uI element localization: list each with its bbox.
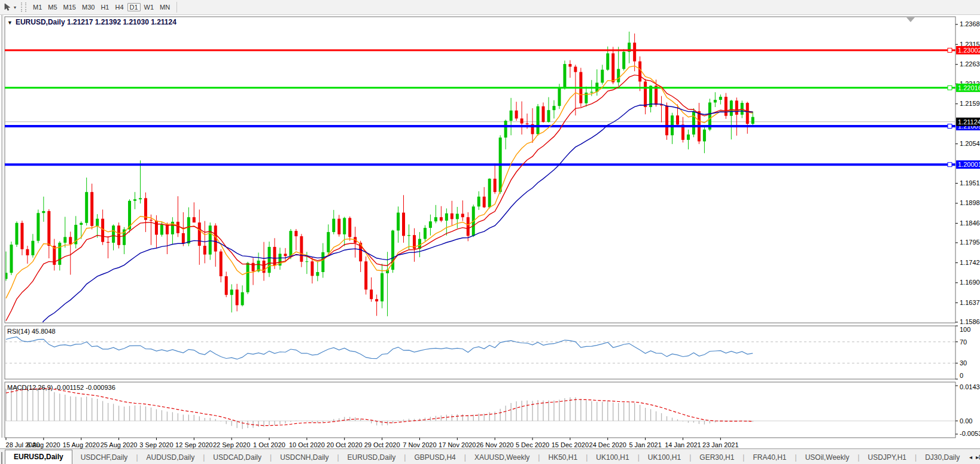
svg-text:0.00: 0.00 — [960, 417, 972, 425]
svg-text:1.17950: 1.17950 — [960, 239, 980, 246]
svg-text:-0.00539: -0.00539 — [960, 430, 980, 437]
bid-price-label: 1.21124 — [956, 118, 980, 126]
svg-text:1.15865: 1.15865 — [960, 318, 980, 325]
timeframe-toolbar: ▾ M1M5M15M30H1H4D1W1MN — [0, 0, 980, 15]
ohlc-low: 1.21030 — [123, 18, 148, 26]
svg-text:1.18460: 1.18460 — [960, 219, 980, 227]
timeframe-button-h1[interactable]: H1 — [98, 3, 111, 11]
chart-tab-14[interactable]: USDJPY,H1 — [860, 451, 915, 464]
chart-canvas[interactable]: 1.236801.231551.226301.221201.215951.205… — [0, 15, 980, 448]
tab-scroll-arrows: ◂ ▸ — [966, 453, 979, 462]
svg-text:1.19510: 1.19510 — [960, 179, 980, 187]
line-handle[interactable] — [948, 124, 952, 128]
mt4-window: ▾ M1M5M15M30H1H4D1W1MN 1.236801.231551.2… — [0, 0, 980, 464]
svg-text:22 Sep 2020: 22 Sep 2020 — [213, 441, 250, 448]
svg-text:3 Sep 2020: 3 Sep 2020 — [139, 441, 173, 448]
svg-text:5 Dec 2020: 5 Dec 2020 — [516, 441, 549, 448]
svg-text:100: 100 — [960, 326, 970, 333]
chart-menu-caret-icon[interactable]: ▼ — [7, 20, 13, 26]
svg-text:1.16900: 1.16900 — [960, 279, 980, 286]
chart-tab-13[interactable]: USOil,Weekly — [797, 451, 858, 464]
chart-tab-9[interactable]: UK100,H1 — [588, 451, 637, 464]
svg-text:15 Dec 2020: 15 Dec 2020 — [552, 441, 589, 448]
toolbar-grip[interactable] — [21, 2, 26, 12]
chart-tab-5[interactable]: EURUSD,Daily — [339, 451, 404, 464]
timeframe-button-w1[interactable]: W1 — [142, 3, 157, 11]
line-price-label: 1.20001 — [956, 160, 980, 169]
svg-text:70: 70 — [960, 338, 967, 346]
svg-text:0.014384: 0.014384 — [960, 383, 980, 390]
svg-text:1.22630: 1.22630 — [960, 60, 980, 68]
line-price-label: 1.22016 — [956, 84, 980, 92]
line-handle[interactable] — [948, 163, 952, 167]
svg-text:12 Sep 2020: 12 Sep 2020 — [175, 441, 212, 448]
chart-tab-12[interactable]: FRA40,H1 — [744, 451, 795, 464]
timeframe-button-m5[interactable]: M5 — [45, 3, 59, 11]
svg-text:1.18985: 1.18985 — [960, 199, 980, 206]
svg-text:10 Oct 2020: 10 Oct 2020 — [289, 441, 325, 448]
timeframe-button-m30[interactable]: M30 — [80, 3, 97, 11]
toolbar-separator — [176, 2, 177, 13]
cursor-tool-icon[interactable] — [2, 2, 13, 13]
price-axis[interactable]: 1.236801.231551.226301.221201.215951.205… — [955, 20, 980, 325]
svg-text:1.20545: 1.20545 — [960, 140, 980, 147]
chart-area: 1.236801.231551.226301.221201.215951.205… — [0, 15, 980, 448]
chart-tab-3[interactable]: USDCAD,Daily — [205, 451, 270, 464]
time-axis[interactable]: 28 Jul 20206 Aug 202015 Aug 202025 Aug 2… — [6, 438, 739, 448]
svg-text:1.21595: 1.21595 — [960, 100, 980, 107]
svg-text:1.21124: 1.21124 — [958, 118, 980, 126]
svg-text:29 Oct 2020: 29 Oct 2020 — [364, 441, 400, 448]
tabbar-gripper — [1, 452, 2, 464]
timeframe-button-mn[interactable]: MN — [157, 3, 172, 11]
chart-tab-bar: EURUSD,DailyUSDCHF,Daily|AUDUSD,Daily|US… — [0, 448, 980, 464]
svg-text:7 Nov 2020: 7 Nov 2020 — [403, 441, 436, 448]
svg-text:23 Jan 2021: 23 Jan 2021 — [702, 441, 739, 448]
svg-text:5 Jan 2021: 5 Jan 2021 — [629, 441, 661, 448]
chart-tab-7[interactable]: XAUUSD,Weekly — [466, 451, 538, 464]
chart-tab-1[interactable]: USDCHF,Daily — [72, 451, 136, 464]
tab-scroll-right-icon[interactable]: ▸ — [976, 453, 979, 462]
timeframe-button-h4[interactable]: H4 — [112, 3, 126, 11]
svg-text:1.23680: 1.23680 — [960, 20, 980, 28]
chart-tab-0[interactable]: EURUSD,Daily — [5, 450, 72, 464]
svg-text:0: 0 — [960, 372, 963, 379]
tab-list: EURUSD,DailyUSDCHF,Daily|AUDUSD,Daily|US… — [5, 450, 980, 464]
ohlc-high: 1.21392 — [95, 18, 121, 26]
chart-tab-4[interactable]: USDCNH,Daily — [272, 451, 337, 464]
chart-title: ▼EURUSD,Daily 1.21217 1.21392 1.21030 1.… — [7, 18, 176, 26]
svg-text:17 Nov 2020: 17 Nov 2020 — [439, 441, 476, 448]
chart-tab-15[interactable]: DJ30,Daily — [917, 451, 968, 464]
rsi-indicator-label: RSI(14) 45.8048 — [7, 328, 56, 335]
svg-text:15 Aug 2020: 15 Aug 2020 — [63, 441, 100, 448]
line-handle[interactable] — [948, 48, 952, 53]
tab-scroll-left-icon[interactable]: ◂ — [969, 453, 972, 462]
svg-text:24 Dec 2020: 24 Dec 2020 — [589, 441, 626, 448]
chart-tab-11[interactable]: GER30,H1 — [691, 451, 742, 464]
line-handle[interactable] — [948, 86, 952, 90]
timeframe-button-m1[interactable]: M1 — [31, 3, 44, 11]
chart-tab-10[interactable]: UK100,H1 — [640, 451, 689, 464]
svg-text:1.16375: 1.16375 — [960, 299, 980, 306]
chart-tab-6[interactable]: GBPUSD,H4 — [406, 451, 464, 464]
svg-text:30: 30 — [960, 359, 967, 367]
svg-text:1.22016: 1.22016 — [958, 84, 980, 91]
svg-text:1 Oct 2020: 1 Oct 2020 — [253, 441, 285, 448]
ohlc-open: 1.21217 — [67, 18, 93, 26]
svg-text:25 Aug 2020: 25 Aug 2020 — [101, 441, 138, 448]
chart-tab-8[interactable]: HK50,H1 — [540, 451, 586, 464]
svg-text:14 Jan 2021: 14 Jan 2021 — [665, 441, 701, 448]
svg-text:20 Oct 2020: 20 Oct 2020 — [327, 441, 363, 448]
chart-tab-2[interactable]: AUDUSD,Daily — [138, 451, 203, 464]
svg-text:1.20001: 1.20001 — [958, 161, 980, 168]
chart-symbol-period: EURUSD,Daily — [16, 18, 65, 26]
timeframe-button-d1[interactable]: D1 — [127, 3, 141, 11]
timeframe-button-m15[interactable]: M15 — [61, 3, 78, 11]
ohlc-close: 1.21124 — [151, 18, 176, 26]
cursor-tool-dropdown-icon[interactable]: ▾ — [14, 5, 16, 10]
svg-text:26 Nov 2020: 26 Nov 2020 — [476, 441, 513, 448]
svg-text:1.23002: 1.23002 — [958, 47, 980, 54]
timeframe-buttons: M1M5M15M30H1H4D1W1MN — [30, 1, 173, 13]
svg-text:1.17425: 1.17425 — [960, 259, 980, 266]
svg-text:6 Aug 2020: 6 Aug 2020 — [27, 441, 60, 448]
macd-indicator-label: MACD(12,26,9) -0.001152 -0.000936 — [7, 384, 115, 391]
